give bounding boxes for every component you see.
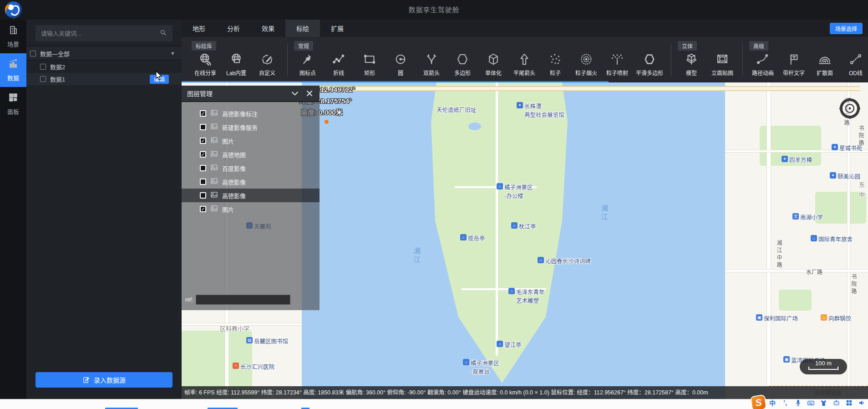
park-area [779, 290, 812, 311]
sogou-ime-icon[interactable]: S [751, 395, 766, 409]
layer-checkbox[interactable]: ✓ [200, 138, 206, 144]
edit-button[interactable]: 编辑 [150, 75, 169, 84]
layer-row[interactable]: ✓高德影像标注 [182, 107, 320, 120]
layer-checkbox[interactable] [200, 179, 206, 185]
globe-lab-icon [229, 52, 243, 68]
item-checkbox[interactable] [40, 64, 46, 70]
map-label-保利国际广场: ▣保利国际广场 [756, 314, 798, 322]
tool-OD线[interactable]: OD线 [842, 52, 868, 77]
tool-label: 多边形 [454, 69, 471, 77]
map-scale-control: 100 m [800, 359, 847, 374]
caret-down-icon[interactable]: ▼ [170, 51, 175, 56]
layer-checkbox[interactable] [200, 124, 206, 130]
tab-扩展[interactable]: 扩展 [320, 20, 355, 37]
ime-keyboard-icon[interactable] [805, 398, 816, 408]
tool-自定义[interactable]: 自定义 [254, 52, 281, 77]
tool-在线分享[interactable]: 在线分享 [192, 52, 219, 77]
search-box[interactable] [36, 25, 173, 41]
layer-label: 图片 [222, 137, 234, 145]
tool-圆[interactable]: 圆 [387, 52, 414, 77]
scene-select-button[interactable]: 场景选择 [830, 23, 863, 34]
tool-Lab内置[interactable]: Lab内置 [223, 52, 250, 77]
tool-路径动画[interactable]: 路径动画 [749, 52, 777, 77]
layer-checkbox[interactable]: ✓ [200, 206, 206, 212]
tool-矩形[interactable]: 矩形 [356, 52, 383, 77]
nav-rail-label: 场景 [7, 40, 19, 48]
ref-input[interactable] [196, 295, 290, 305]
tool-粒子烟火[interactable]: 粒子烟火 [573, 52, 600, 77]
layer-row[interactable]: 高德影像 [182, 175, 320, 189]
layer-row[interactable]: ✓图片 [182, 134, 320, 148]
layer-row[interactable]: 新建影像服务 [182, 120, 320, 134]
tool-粒子喷射[interactable]: 粒子喷射 [604, 52, 631, 77]
layer-checkbox[interactable]: ✓ [200, 151, 206, 158]
ime-speaker-icon[interactable] [856, 398, 867, 408]
search-icon[interactable] [159, 29, 167, 38]
divider [26, 46, 182, 46]
particle-firework-icon [579, 52, 593, 68]
layer-checkbox[interactable] [200, 165, 206, 171]
layer-panel-titlebar[interactable]: 图层管理 [182, 86, 320, 101]
road-shuichang [725, 269, 868, 272]
tab-分析[interactable]: 分析 [216, 20, 251, 37]
close-icon[interactable] [305, 89, 314, 98]
tool-label: OD线 [849, 69, 863, 77]
layer-row[interactable]: ✓图片 [182, 202, 320, 216]
item-checkbox[interactable] [40, 76, 46, 82]
tool-折线[interactable]: 折线 [325, 52, 352, 77]
tool-模型[interactable]: 模型 [678, 52, 705, 77]
toolbar-separator [742, 43, 743, 76]
collapse-icon[interactable] [290, 89, 299, 98]
data-item-row[interactable]: 数据2 [26, 61, 182, 73]
layer-checkbox[interactable] [200, 192, 206, 199]
ime-more-grid-icon[interactable] [843, 398, 854, 408]
tool-双箭头[interactable]: 双箭头 [418, 52, 445, 77]
map-viewport[interactable]: 天伦造纸厂旧址✦长株潭两型社会展览馆✦星城书苑✦四羊方樽✦颐美沁园⌂橘子洲景区-… [182, 82, 868, 399]
compass-control[interactable] [839, 97, 861, 119]
pencil-polygon-icon [260, 52, 274, 68]
data-item-row[interactable]: 数据1编辑 [26, 73, 182, 85]
layer-row[interactable]: ✓高德地图 [182, 148, 320, 161]
tool-label: 单体化 [485, 69, 502, 77]
tool-立面贴图[interactable]: 立面贴图 [709, 52, 736, 77]
tab-标绘[interactable]: 标绘 [285, 20, 320, 37]
museum-poi-icon: ⌂ [497, 183, 503, 189]
nav-rail-item-面板[interactable]: 面板 [0, 87, 26, 121]
map-label-中: 中 [859, 190, 865, 199]
ime-toolbox-icon[interactable] [831, 398, 842, 408]
smooth-polygon-icon [643, 52, 656, 68]
tool-粒子[interactable]: 粒子 [542, 52, 569, 77]
ref-row: ref: [185, 295, 290, 305]
layer-row[interactable]: 高德影像 [182, 189, 320, 202]
tab-效果[interactable]: 效果 [251, 20, 285, 37]
tab-地形[interactable]: 地形 [182, 20, 216, 37]
building-icon [8, 25, 19, 37]
tool-平尾箭头[interactable]: 平尾箭头 [511, 52, 538, 77]
tool-图标点[interactable]: 图标点 [294, 52, 321, 77]
tool-平滑多边形[interactable]: 平滑多边形 [635, 52, 665, 77]
tool-label: 折线 [333, 69, 344, 77]
tool-扩散面[interactable]: 扩散面 [811, 52, 838, 77]
ime-skin-icon[interactable] [818, 398, 829, 408]
search-input[interactable] [41, 30, 159, 37]
ime-punctuation-icon[interactable]: ’, [780, 398, 791, 408]
tool-多边形[interactable]: 多边形 [449, 52, 476, 77]
group-checkbox[interactable] [30, 51, 36, 56]
nav-rail-item-场景[interactable]: 场景 [0, 20, 26, 53]
tool-单体化[interactable]: 单体化 [480, 52, 507, 77]
toolbar-separator [671, 43, 671, 76]
tool-带杆文字[interactable]: 带杆文字 [780, 52, 807, 77]
ime-chinese-mode-icon[interactable]: 中 [767, 398, 778, 408]
label-text: 颐美沁园 [838, 172, 860, 180]
layer-checkbox[interactable]: ✓ [200, 110, 206, 117]
label-text: 毛泽东青年艺术雕塑 [516, 287, 545, 305]
map-label-长沙汇兴医院: +长沙汇兴医院 [233, 362, 274, 371]
layer-row[interactable]: 百度影像 [182, 161, 320, 175]
nav-rail-item-数据[interactable]: 数据 [0, 53, 26, 87]
data-group-row[interactable]: 数据—全部 ▼ [26, 47, 182, 60]
add-datasource-button[interactable]: 录入数据源 [36, 372, 173, 388]
ime-microphone-icon[interactable] [792, 398, 803, 408]
chart-icon [8, 58, 19, 71]
tool-label: 图标点 [299, 69, 316, 77]
map-label-岳麓区图书馆: ▤岳麓区图书馆 [246, 337, 288, 345]
